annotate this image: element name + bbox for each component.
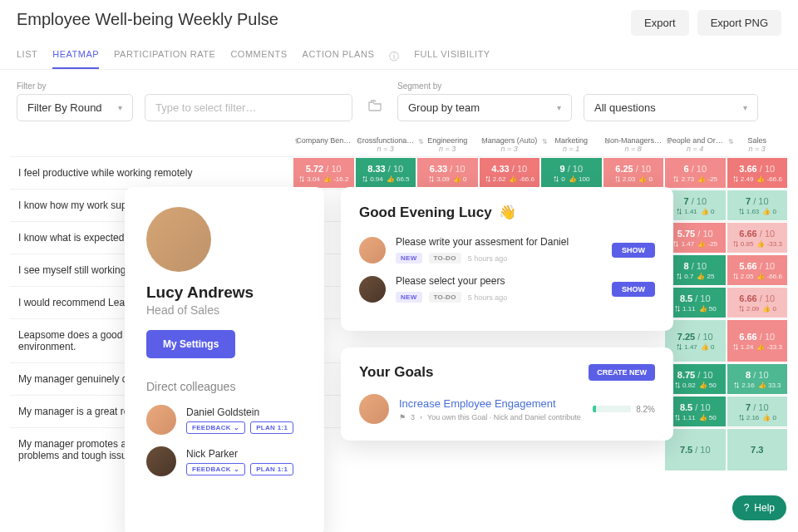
goal-title[interactable]: Increase Employee Engagement xyxy=(399,397,583,410)
feedback-button[interactable]: FEEDBACK ⌄ xyxy=(186,421,245,434)
heatmap-cell[interactable]: 7.5 / 10 xyxy=(665,429,726,470)
questions-select[interactable]: All questions▾ xyxy=(584,94,758,121)
create-new-button[interactable]: CREATE NEW xyxy=(589,364,655,381)
folder-icon[interactable] xyxy=(364,95,386,116)
goal-desc: You own this Goal · Nick and Daniel cont… xyxy=(427,413,581,421)
chevron-down-icon: ⌄ xyxy=(234,424,239,431)
column-header[interactable]: ⇅Managers (Auto)n = 3 xyxy=(479,133,541,156)
filter-by-label: Filter by xyxy=(17,81,133,91)
heatmap-cell[interactable]: 7 / 10⮁ 2.16👍 0 xyxy=(727,397,788,426)
progress-pct: 8.2% xyxy=(636,405,655,414)
task-time: 5 hours ago xyxy=(468,293,508,302)
show-button[interactable]: SHOW xyxy=(612,243,655,258)
heatmap-cell[interactable]: 7.25 / 10⮁ 1.47👍 0 xyxy=(665,320,726,362)
plan-button[interactable]: PLAN 1:1 xyxy=(250,421,293,434)
heatmap-cell[interactable]: 6.66 / 10⮁ 1.24👍 -33.3 xyxy=(727,320,788,362)
heatmap-cell[interactable]: 7 / 10⮁ 1.63👍 0 xyxy=(727,190,788,220)
task-title: Please select your peers xyxy=(396,275,602,287)
show-button[interactable]: SHOW xyxy=(612,282,655,297)
badge-new: NEW xyxy=(396,292,422,303)
plan-button[interactable]: PLAN 1:1 xyxy=(250,463,293,475)
segment-select[interactable]: Group by team▾ xyxy=(397,94,572,121)
sort-icon: ⇅ xyxy=(480,138,486,145)
goals-heading: Your Goals xyxy=(359,364,433,381)
greeting-card: Good Evening Lucy👋 Please write your ass… xyxy=(341,187,673,331)
heatmap-cell[interactable]: 8.5 / 10⮁ 1.11👍 50 xyxy=(665,397,726,426)
column-header[interactable]: ⇅Salesn = 3 xyxy=(727,133,789,156)
heatmap-cell[interactable]: 8.75 / 10⮁ 0.82👍 50 xyxy=(665,364,726,394)
sort-icon: ⇅ xyxy=(604,138,610,145)
column-header[interactable]: ⇅Company Ben… xyxy=(293,133,355,156)
sort-icon: ⇅ xyxy=(728,138,734,145)
tab-comments[interactable]: COMMENTS xyxy=(230,44,287,69)
feedback-button[interactable]: FEEDBACK ⌄ xyxy=(186,463,245,475)
column-header[interactable]: ⇅Engineeringn = 3 xyxy=(416,133,479,156)
heatmap-cell[interactable]: 5.75 / 10⮁ 1.47👍 -25 xyxy=(665,223,726,253)
tab-full-visibility[interactable]: FULL VISIBILITY xyxy=(414,44,490,69)
avatar xyxy=(359,276,386,303)
chevron-down-icon: ⌄ xyxy=(234,466,239,473)
sort-icon: ⇅ xyxy=(666,138,672,145)
column-header[interactable]: ⇅Non-Managers…n = 8 xyxy=(603,133,665,156)
goal-count: 3 xyxy=(411,413,415,421)
heatmap-cell[interactable]: 9 / 10⮁ 0👍 100 xyxy=(541,158,602,188)
help-icon: ? xyxy=(744,502,750,514)
heatmap-cell[interactable]: 8 / 10⮁ 2.16👍 33.3 xyxy=(727,364,788,394)
task-row: Please write your assesment for DanielNE… xyxy=(359,236,655,264)
filter-by-select[interactable]: Filter By Round▾ xyxy=(17,94,133,121)
chevron-down-icon: ▾ xyxy=(557,103,561,112)
avatar xyxy=(146,446,176,476)
export-png-button[interactable]: Export PNG xyxy=(697,10,781,36)
heatmap-cell[interactable]: 3.66 / 10⮁ 2.49👍 -66.6 xyxy=(727,158,788,188)
chevron-right-icon: › xyxy=(420,413,422,421)
badge-to-do: TO-DO xyxy=(429,253,461,264)
tab-list[interactable]: LIST xyxy=(17,44,37,69)
sort-icon: ⇅ xyxy=(294,138,300,145)
heatmap-cell[interactable]: 6.66 / 10⮁ 2.09👍 0 xyxy=(727,288,788,318)
heatmap-cell[interactable]: 8.33 / 10⮁ 0.94👍 66.5 xyxy=(356,158,416,188)
heatmap-cell[interactable]: 6.66 / 10⮁ 0.85👍 -33.3 xyxy=(727,223,788,253)
tab-action-plans[interactable]: ACTION PLANS xyxy=(303,44,375,69)
avatar xyxy=(146,207,211,272)
greeting-text: Good Evening Lucy xyxy=(359,204,492,221)
profile-role: Head of Sales xyxy=(146,303,303,317)
heatmap-cell[interactable]: 8 / 10⮁ 0.7👍 25 xyxy=(665,255,726,285)
tab-participation-rate[interactable]: PARTICIPATION RATE xyxy=(114,44,215,69)
heatmap-cell[interactable]: 4.33 / 10⮁ 2.62👍 -66.6 xyxy=(480,158,540,188)
heatmap-cell[interactable]: 5.66 / 10⮁ 2.05👍 -66.6 xyxy=(727,255,788,285)
my-settings-button[interactable]: My Settings xyxy=(146,330,235,358)
colleagues-heading: Direct colleagues xyxy=(146,380,303,393)
heatmap-cell[interactable]: 5.72 / 10⮁ 3.04👍 -16.2 xyxy=(293,158,354,188)
column-header[interactable]: ⇅People and Or…n = 4 xyxy=(664,133,727,156)
heatmap-cell[interactable]: 8.5 / 10⮁ 1.11👍 50 xyxy=(665,288,726,318)
info-icon: ⓘ xyxy=(389,50,399,64)
heatmap-cell[interactable]: 6 / 10⮁ 2.73👍 -25 xyxy=(665,158,726,188)
column-header[interactable]: ⇅Marketingn = 1 xyxy=(540,133,603,156)
filter-search-input[interactable]: Type to select filter… xyxy=(145,94,352,121)
export-button[interactable]: Export xyxy=(631,10,689,36)
heatmap-cell[interactable]: 6.25 / 10⮁ 2.03👍 0 xyxy=(603,158,664,188)
heatmap-cell[interactable]: 7.3 xyxy=(727,429,788,470)
colleague-row: Daniel GoldsteinFEEDBACK ⌄PLAN 1:1 xyxy=(146,405,303,435)
colleague-name: Nick Parker xyxy=(186,448,303,460)
chevron-down-icon: ▾ xyxy=(118,103,122,112)
flag-icon: ⚑ xyxy=(399,413,406,421)
profile-name: Lucy Andrews xyxy=(146,283,303,302)
avatar xyxy=(359,394,389,424)
wave-icon: 👋 xyxy=(499,204,516,221)
heatmap-cell[interactable]: 6.33 / 10⮁ 3.09👍 0 xyxy=(417,158,478,188)
heatmap-row: I feel productive while working remotely… xyxy=(10,156,788,189)
help-button[interactable]: ?Help xyxy=(732,495,786,520)
sort-icon: ⇅ xyxy=(418,138,424,145)
tab-heatmap[interactable]: HEATMAP xyxy=(52,44,99,69)
page-title: Employee Well-being Weekly Pulse xyxy=(17,10,278,29)
heatmap-cell[interactable]: 7 / 10⮁ 1.41👍 0 xyxy=(665,190,726,220)
colleague-name: Daniel Goldstein xyxy=(186,406,303,418)
segment-by-label: Segment by xyxy=(397,81,572,91)
goal-row: Increase Employee Engagement⚑3›You own t… xyxy=(359,394,655,424)
column-header[interactable]: ⇅Crossfunctiona…n = 3 xyxy=(355,133,417,156)
avatar xyxy=(359,237,386,264)
progress-bar xyxy=(593,406,631,412)
sort-icon: ⇅ xyxy=(357,138,362,145)
chevron-down-icon: ▾ xyxy=(743,103,747,112)
